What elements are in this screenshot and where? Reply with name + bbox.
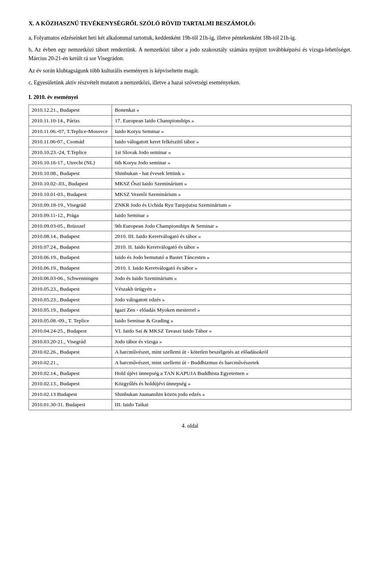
- table-row: 2010.02.14., BudapestHold újévi ünnepség…: [29, 368, 352, 379]
- table-row: 2010.07.24., Budapest2010. II. Iaido Ker…: [29, 242, 352, 252]
- table-row: 2010.10.02-.03., BudapestMKSZ Őszi Iaido…: [29, 179, 352, 189]
- event-date: 2010.09.18-19., Visegrád: [29, 200, 112, 210]
- table-row: 2010.10.16-17., Utrecht (NL)6th Koryu Jo…: [29, 158, 352, 168]
- event-date: 2010.05.08.-09., T. Teplice: [29, 315, 112, 326]
- event-date: 2010.10.08., Budapest: [29, 168, 112, 179]
- event-title: 1st Slovak Jodo seminar »: [112, 147, 352, 158]
- event-date: 2010.08.14., Budapest: [29, 231, 112, 242]
- table-row: 2010.01.30-31. BudapestIII. Iaido Taikai: [29, 400, 352, 410]
- event-title: 17. European Iaido Championships »: [112, 116, 352, 126]
- table-row: 2010.11.10-14., Párizs17. European Iaido…: [29, 116, 352, 126]
- table-row: 2010.09.11-12., PrágaIaido Seminar »: [29, 210, 352, 221]
- event-date: 2010.07.24., Budapest: [29, 242, 112, 252]
- paragraph-c: c, Egyesületünk aktív részvételt mutatot…: [28, 78, 352, 87]
- event-title: III. Iaido Taikai: [112, 400, 352, 410]
- event-date: 2010.03.20-21., Visegrád: [29, 336, 112, 347]
- paragraph-a: a, Folyamatos edzéseinket heti két alkal…: [28, 34, 352, 42]
- event-title: 9th European Jodo Championships & Semina…: [112, 221, 352, 231]
- event-title: Jodo válogatott edzés »: [112, 294, 352, 305]
- paragraph-az: Az év során klubtagságunk több kulturáli…: [28, 67, 352, 75]
- table-row: 2010.11.06.-07, T.Teplice-MosovceIaido K…: [29, 126, 352, 137]
- table-row: 2010.11.06-07., CsomádIaido válogatott k…: [29, 137, 352, 147]
- event-date: 2010.10.16-17., Utrecht (NL): [29, 158, 112, 168]
- event-title: A harcművészet, mint szellemi út - Buddh…: [112, 357, 352, 368]
- event-title: 2010. II. Iaido Keretválogató és tábor »: [112, 242, 352, 252]
- page-title: X. A KÖZHASZNÚ TEVÉKENYSÉGRŐL SZÓLÓ RÖVI…: [28, 19, 352, 28]
- event-title: Közgyűlés és holdújévi ünnepség »: [112, 379, 352, 389]
- table-row: 2010.02.21.,A harcművészet, mint szellem…: [29, 357, 352, 368]
- table-row: 2010.10.08., BudapestShinbukan - hat éve…: [29, 168, 352, 179]
- table-row: 2010.06.03-06., SchwenningenJodo és Iaid…: [29, 273, 352, 284]
- table-row: 2010.02.26., BudapestA harcművészet, min…: [29, 347, 352, 358]
- event-title: 2010. III. Iaido Keretválogató és tábor …: [112, 231, 352, 242]
- page-footer: 4. oldal: [28, 423, 352, 429]
- table-row: 2010.04.24-25., BudapestVI. Iaido Sai & …: [29, 326, 352, 337]
- event-date: 2010.02.21.,: [29, 357, 112, 368]
- event-title: Iaido válogatott keret felkészítő tábor …: [112, 137, 352, 147]
- event-title: 6th Koryu Jodo seminar »: [112, 158, 352, 168]
- event-date: 2010.11.06.-07, T.Teplice-Mosovce: [29, 126, 112, 137]
- event-title: Shinbukan Juunanshin közös jodo edzés »: [112, 389, 352, 400]
- event-date: 2010.01.30-31. Budapest: [29, 400, 112, 410]
- event-title: Vészakh ürügyén »: [112, 284, 352, 295]
- event-title: Bonenkai »: [112, 105, 352, 116]
- event-date: 2010.06.19., Budapest: [29, 263, 112, 273]
- paragraph-b: b, Az évben egy nemzetközi tábort rendez…: [28, 46, 352, 63]
- table-row: 2010.08.14., Budapest2010. III. Iaido Ke…: [29, 231, 352, 242]
- event-date: 2010.05.19., Budapest: [29, 305, 112, 316]
- event-title: Iaido és Jodo bemutató a Bastet Tánceste…: [112, 252, 352, 263]
- event-date: 2010.02.14., Budapest: [29, 368, 112, 379]
- section-heading: I. 2010. év eseményei: [28, 94, 352, 101]
- table-row: 2010.06.19., BudapestIaido és Jodo bemut…: [29, 252, 352, 263]
- table-row: 2010.10.01-03., BudapestMKSZ Vezetői Sze…: [29, 189, 352, 200]
- events-table: 2010.12.21., BudapestBonenkai »2010.11.1…: [28, 105, 352, 410]
- event-title: A harcművészet, mint szellemi út - kötet…: [112, 347, 352, 358]
- event-date: 2010.10.23.-24, T.Teplice: [29, 147, 112, 158]
- event-title: VI. Iaido Sai & MKSZ Tavaszi Iaido Tábor…: [112, 326, 352, 337]
- event-date: 2010.11.10-14., Párizs: [29, 116, 112, 126]
- event-date: 2010.09.03-05., Brüsszel: [29, 221, 112, 231]
- event-date: 2010.10.01-03., Budapest: [29, 189, 112, 200]
- event-title: Shinbukan - hat évesek lettünk »: [112, 168, 352, 179]
- event-date: 2010.05.23., Budapest: [29, 294, 112, 305]
- table-row: 2010.05.08.-09., T. TepliceIaido Seminar…: [29, 315, 352, 326]
- table-row: 2010.10.23.-24, T.Teplice1st Slovak Jodo…: [29, 147, 352, 158]
- table-row: 2010.06.19., Budapest2010. I. Iaido Kere…: [29, 263, 352, 273]
- table-row: 2010.05.19., BudapestIgazi Zen - előadás…: [29, 305, 352, 316]
- event-date: 2010.06.19., Budapest: [29, 252, 112, 263]
- event-date: 2010.05.23., Budapest: [29, 284, 112, 295]
- event-title: Jodo és Iaido Szeminárium »: [112, 273, 352, 284]
- event-title: Hold újévi ünnepség a TAN KAPUJA Buddhis…: [112, 368, 352, 379]
- event-title: Iaido Seminar »: [112, 210, 352, 221]
- event-date: 2010.11.06-07., Csomád: [29, 137, 112, 147]
- table-row: 2010.03.20-21., VisegrádJodo tábor és vi…: [29, 336, 352, 347]
- table-row: 2010.09.18-19., VisegrádZNKR Jodo és Uch…: [29, 200, 352, 210]
- event-date: 2010.10.02-.03., Budapest: [29, 179, 112, 189]
- event-date: 2010.04.24-25., Budapest: [29, 326, 112, 337]
- event-title: Igazi Zen - előadás Myoken mesterrel »: [112, 305, 352, 316]
- event-date: 2010.12.21., Budapest: [29, 105, 112, 116]
- event-date: 2010.02.26., Budapest: [29, 347, 112, 358]
- table-row: 2010.05.23., BudapestJodo válogatott edz…: [29, 294, 352, 305]
- event-title: Iaido Seminar & Grading »: [112, 315, 352, 326]
- event-title: MKSZ Őszi Iaido Szeminárium »: [112, 179, 352, 189]
- event-date: 2010.02.13 Budapest: [29, 389, 112, 400]
- table-row: 2010.02.13 BudapestShinbukan Juunanshin …: [29, 389, 352, 400]
- event-date: 2010.02.13., Budapest: [29, 379, 112, 389]
- event-date: 2010.09.11-12., Prága: [29, 210, 112, 221]
- event-title: MKSZ Vezetői Szeminárium »: [112, 189, 352, 200]
- event-title: 2010. I. Iaido Keretválogató és tábor »: [112, 263, 352, 273]
- table-row: 2010.12.21., BudapestBonenkai »: [29, 105, 352, 116]
- table-row: 2010.09.03-05., Brüsszel9th European Jod…: [29, 221, 352, 231]
- event-title: ZNKR Jodo és Uchida Ryu Tanjojutsu Szemi…: [112, 200, 352, 210]
- event-date: 2010.06.03-06., Schwenningen: [29, 273, 112, 284]
- event-title: Jodo tábor és vizsga »: [112, 336, 352, 347]
- table-row: 2010.02.13., BudapestKözgyűlés és holdúj…: [29, 379, 352, 389]
- table-row: 2010.05.23., BudapestVészakh ürügyén »: [29, 284, 352, 295]
- event-title: Iaido Koryu Seminar »: [112, 126, 352, 137]
